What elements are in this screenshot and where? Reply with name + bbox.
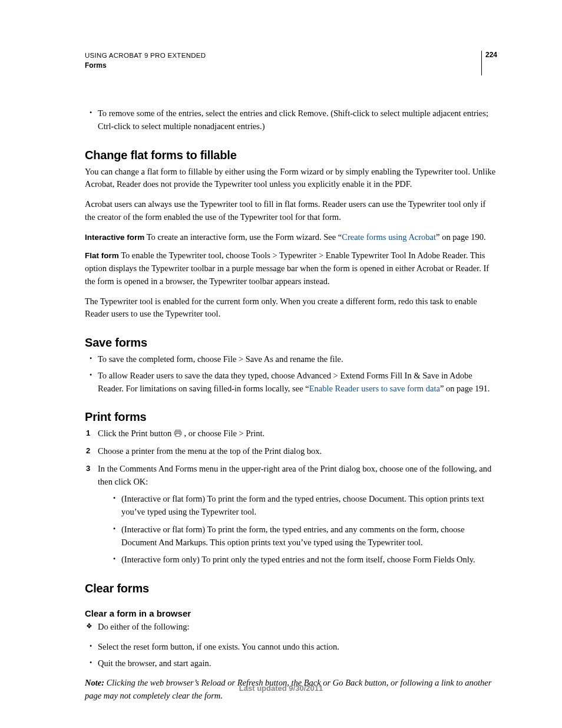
body-text: Interactive form To create an interactiv… [85,231,497,244]
footer-updated: Last updated 9/30/2011 [0,684,562,693]
heading-clear-forms: Clear forms [85,582,497,595]
runin-label: Interactive form [85,233,144,242]
clear-lead: Do either of the following: [85,621,497,634]
page: USING ACROBAT 9 PRO EXTENDED Forms 224 T… [0,0,562,728]
intro-list: To remove some of the entries, select th… [85,107,497,133]
list-item: 2Choose a printer from the menu at the t… [85,445,497,458]
list-item: (Interactive or flat form) To print the … [98,493,497,519]
list-item: To allow Reader users to save the data t… [85,370,497,396]
body-text: The Typewriter tool is enabled for the c… [85,295,497,321]
print-icon [174,428,182,435]
step-number: 3 [86,463,90,475]
list-item: 3In the Comments And Forms menu in the u… [85,463,497,566]
body-text: You can change a flat form to fillable b… [85,166,497,192]
print-steps: 1 Click the Print button , or choose Fil… [85,427,497,566]
body-text: Acrobat users can always use the Typewri… [85,198,497,224]
heading-print-forms: Print forms [85,410,497,424]
list-item: (Interactive form only) To print only th… [98,554,497,566]
body-text: To enable the Typewriter tool, choose To… [85,251,489,286]
link-create-forms[interactable]: Create forms using Acrobat [342,232,436,242]
list-item: 1 Click the Print button , or choose Fil… [85,427,497,440]
list-item: Select the reset form button, if one exi… [85,641,497,654]
subheading-clear-browser: Clear a form in a browser [85,608,497,618]
list-item: Quit the browser, and start again. [85,657,497,670]
doc-title: USING ACROBAT 9 PRO EXTENDED [85,51,206,61]
print-sublist: (Interactive or flat form) To print the … [98,493,497,566]
heading-save-forms: Save forms [85,336,497,350]
link-enable-reader-save[interactable]: Enable Reader users to save form data [309,384,440,393]
body-text: To create an interactive form, use the F… [147,232,342,242]
step-number: 1 [86,427,90,439]
body-text: Choose a printer from the menu at the to… [98,446,322,456]
runin-label: Flat form [85,251,119,260]
page-number: 224 [481,51,497,75]
body-text: ” on page 190. [436,232,486,242]
save-list: To save the completed form, choose File … [85,353,497,395]
list-item: To remove some of the entries, select th… [85,107,497,133]
body-text: ” on page 191. [440,384,490,393]
list-item: Do either of the following: [85,621,497,634]
body-text: In the Comments And Forms menu in the up… [98,464,491,486]
list-item: (Interactive or flat form) To print the … [98,523,497,549]
doc-section: Forms [85,61,206,71]
clear-list: Select the reset form button, if one exi… [85,641,497,670]
body-text: , or choose File > Print. [182,429,265,438]
page-header: USING ACROBAT 9 PRO EXTENDED Forms 224 [85,51,497,75]
header-left: USING ACROBAT 9 PRO EXTENDED Forms [85,51,206,71]
body-text: Click the Print button [98,429,174,438]
list-item: To save the completed form, choose File … [85,353,497,366]
body-text: Flat form To enable the Typewriter tool,… [85,249,497,288]
svg-rect-2 [176,434,180,437]
step-number: 2 [86,445,90,457]
heading-change-flat-forms: Change flat forms to fillable [85,149,497,162]
